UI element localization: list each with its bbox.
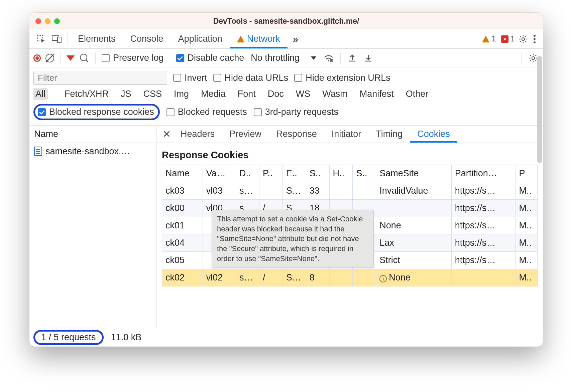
- type-media[interactable]: Media: [198, 88, 228, 100]
- table-cell: M..: [516, 182, 538, 200]
- info-icon[interactable]: i: [379, 275, 387, 282]
- warning-icon: [237, 36, 244, 42]
- hide-extension-urls-label: Hide extension URLs: [306, 73, 390, 83]
- table-cell: 33: [306, 182, 329, 200]
- inspect-icon[interactable]: [33, 31, 49, 47]
- tab-network[interactable]: Network: [230, 29, 288, 48]
- overflow-tabs-button[interactable]: »: [288, 33, 304, 45]
- svg-point-7: [328, 60, 329, 61]
- table-column-header[interactable]: S..: [353, 165, 376, 182]
- table-cell: S…: [282, 269, 306, 286]
- minimize-window-icon[interactable]: [45, 18, 50, 24]
- table-row[interactable]: ck02vl02s…/S…8iNoneM..: [162, 269, 538, 286]
- table-column-header[interactable]: Name: [162, 165, 203, 182]
- network-conditions-icon[interactable]: [323, 52, 334, 64]
- table-cell: iNone: [376, 269, 452, 286]
- zoom-window-icon[interactable]: [54, 18, 60, 24]
- table-column-header[interactable]: E..: [282, 165, 306, 182]
- table-row[interactable]: ck03vl03s…S…33InvalidValuehttps://s…M..: [162, 182, 538, 200]
- network-toolbar: Preserve log Disable cache No throttling: [29, 49, 543, 67]
- type-wasm[interactable]: Wasm: [320, 88, 350, 100]
- table-column-header[interactable]: S..: [306, 165, 329, 182]
- type-manifest[interactable]: Manifest: [357, 88, 396, 100]
- type-font[interactable]: Font: [235, 88, 258, 100]
- detail-tab-response[interactable]: Response: [269, 126, 324, 143]
- type-img[interactable]: Img: [171, 88, 192, 100]
- blocked-response-cookies-checkbox[interactable]: Blocked response cookies: [38, 107, 154, 117]
- record-button[interactable]: [33, 54, 41, 62]
- errors-badge[interactable]: × 1: [498, 34, 518, 43]
- close-window-icon[interactable]: [35, 18, 41, 24]
- request-row[interactable]: samesite-sandbox.…: [29, 143, 156, 160]
- table-cell: [329, 269, 353, 286]
- table-column-header[interactable]: P: [516, 165, 538, 182]
- device-toggle-icon[interactable]: [49, 31, 65, 47]
- invert-checkbox[interactable]: Invert: [173, 73, 207, 83]
- type-fetch-xhr[interactable]: Fetch/XHR: [62, 88, 111, 100]
- detail-body: Response Cookies NameVa…D..P..E..S..H..S…: [156, 143, 543, 328]
- detail-tab-timing[interactable]: Timing: [368, 126, 410, 143]
- table-cell: https://s…: [451, 252, 516, 269]
- hide-data-urls-checkbox[interactable]: Hide data URLs: [213, 73, 289, 83]
- traffic-lights: [35, 18, 60, 24]
- table-cell: [451, 269, 516, 286]
- more-menu-icon[interactable]: [529, 33, 540, 45]
- preserve-log-checkbox[interactable]: Preserve log: [102, 53, 164, 63]
- tab-application[interactable]: Application: [171, 29, 230, 48]
- detail-tab-headers[interactable]: Headers: [173, 126, 222, 143]
- preserve-log-label: Preserve log: [113, 53, 164, 63]
- tab-console[interactable]: Console: [123, 29, 171, 48]
- table-cell: https://s…: [451, 182, 516, 200]
- svg-point-9: [532, 56, 535, 59]
- table-cell: Lax: [376, 234, 452, 252]
- blocked-requests-checkbox[interactable]: Blocked requests: [166, 107, 247, 117]
- table-cell: None: [376, 217, 452, 234]
- export-har-icon[interactable]: [347, 52, 358, 64]
- column-header-name[interactable]: Name: [29, 126, 156, 143]
- table-column-header[interactable]: P..: [259, 165, 282, 182]
- filter-input[interactable]: Filter: [33, 71, 167, 85]
- search-icon[interactable]: [79, 53, 89, 63]
- table-cell: s…: [236, 182, 259, 200]
- type-other[interactable]: Other: [403, 88, 431, 100]
- table-column-header[interactable]: H..: [329, 165, 353, 182]
- clear-button[interactable]: [45, 54, 54, 62]
- transfer-size: 11.0 kB: [111, 332, 142, 343]
- table-column-header[interactable]: Va…: [203, 165, 236, 182]
- detail-tab-initiator[interactable]: Initiator: [324, 126, 369, 143]
- type-js[interactable]: JS: [118, 88, 134, 100]
- table-column-header[interactable]: Partition…: [451, 165, 516, 182]
- warnings-badge[interactable]: 1: [479, 34, 498, 43]
- table-cell: ck00: [162, 200, 203, 217]
- blocked-filter-row: Blocked response cookies Blocked request…: [29, 102, 543, 125]
- tab-elements[interactable]: Elements: [71, 29, 123, 48]
- table-cell: [259, 182, 282, 200]
- hide-extension-urls-checkbox[interactable]: Hide extension URLs: [294, 73, 390, 83]
- detail-tab-preview[interactable]: Preview: [222, 126, 269, 143]
- response-cookies-heading: Response Cookies: [162, 150, 538, 161]
- scrollbar[interactable]: [537, 56, 542, 163]
- type-ws[interactable]: WS: [293, 88, 313, 100]
- type-doc[interactable]: Doc: [265, 88, 287, 100]
- svg-point-5: [534, 38, 536, 40]
- table-column-header[interactable]: SameSite: [376, 165, 452, 182]
- type-all[interactable]: All: [33, 88, 48, 100]
- settings-icon[interactable]: [518, 33, 529, 45]
- panel-tab-strip: Elements Console Application Network » 1…: [29, 29, 543, 49]
- chevron-down-icon: [311, 56, 316, 60]
- blocked-response-cookies-label: Blocked response cookies: [49, 107, 154, 117]
- divider: [95, 53, 96, 63]
- table-cell: ck04: [162, 234, 203, 252]
- close-detail-button[interactable]: ✕: [160, 128, 173, 141]
- detail-tab-cookies[interactable]: Cookies: [410, 126, 457, 143]
- import-har-icon[interactable]: [363, 52, 374, 64]
- divider: [68, 33, 68, 45]
- type-css[interactable]: CSS: [141, 88, 165, 100]
- table-column-header[interactable]: D..: [236, 165, 259, 182]
- throttling-select[interactable]: No throttling: [249, 53, 318, 63]
- filter-toggle-icon[interactable]: [67, 55, 75, 61]
- disable-cache-checkbox[interactable]: Disable cache: [176, 53, 244, 63]
- table-cell: [353, 269, 376, 286]
- detail-tabs: ✕ Headers Preview Response Initiator Tim…: [156, 126, 543, 143]
- third-party-requests-checkbox[interactable]: 3rd-party requests: [254, 107, 338, 117]
